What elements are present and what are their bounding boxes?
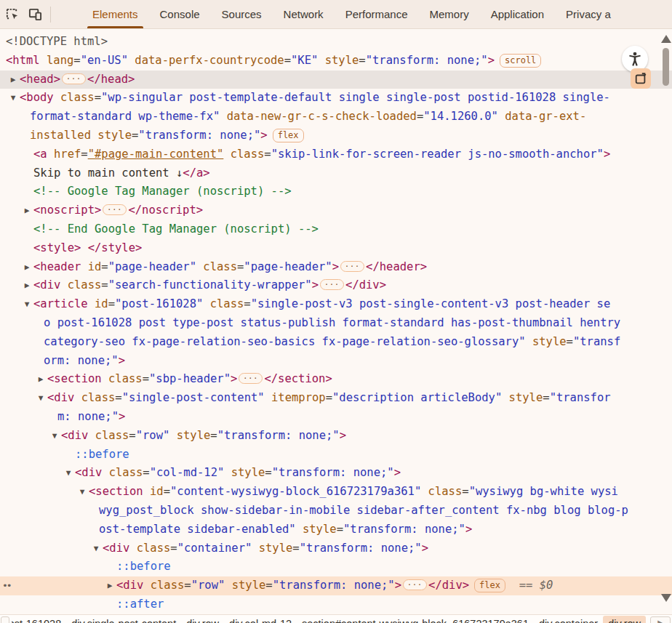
dom-tree-row[interactable]: <a href="#page-main-content" class="skip… xyxy=(0,145,672,183)
breadcrumb-item[interactable]: article#post-161028 xyxy=(12,616,66,623)
code-segment: </noscript> xyxy=(128,204,203,217)
dom-tree-row[interactable]: ▼<body class="wp-singular post-template-… xyxy=(0,89,672,145)
flex-badge[interactable]: flex xyxy=(474,579,505,592)
dom-tree-row[interactable]: ::before xyxy=(0,446,672,465)
breadcrumb-item[interactable]: div.single-post-content xyxy=(66,616,181,623)
breadcrumb-item[interactable]: div.col-md-12 xyxy=(224,616,297,623)
code-segment: </style> xyxy=(88,241,143,254)
rotate-device-icon[interactable] xyxy=(631,68,651,89)
collapse-arrow-icon[interactable]: ▼ xyxy=(63,464,73,483)
dom-tree-row[interactable]: ▼<div class="row" style="transform: none… xyxy=(0,427,672,446)
expand-arrow-icon[interactable]: ▶ xyxy=(22,201,32,220)
code-segment: "en-US" xyxy=(81,54,128,67)
code-segment: = xyxy=(210,429,217,442)
scrollbar-thumb[interactable] xyxy=(663,48,669,86)
expand-arrow-icon[interactable]: ▶ xyxy=(22,276,32,295)
inspect-element-icon[interactable] xyxy=(4,7,20,23)
dom-tree-row[interactable]: ▼<section id="content-wysiwyg-block_6167… xyxy=(0,483,672,539)
code-segment: "transform: none;" xyxy=(366,54,488,67)
devtools-tabbar: Elements Console Sources Network Perform… xyxy=(0,0,672,29)
dom-tree-row[interactable]: ▶••<div class="row" style="transform: no… xyxy=(0,576,672,595)
collapsed-content-ellipsis[interactable]: ··· xyxy=(340,261,364,272)
dom-tree-row[interactable]: ▶<header id="page-header" class="page-he… xyxy=(0,258,672,277)
collapse-arrow-icon[interactable]: ▼ xyxy=(8,89,18,108)
code-segment: "transform: none;" xyxy=(273,579,395,592)
code-segment: </header> xyxy=(366,260,427,273)
code-segment: <html xyxy=(6,54,40,67)
collapsed-content-ellipsis[interactable]: ··· xyxy=(239,373,263,384)
expand-arrow-icon[interactable]: ▶ xyxy=(22,258,32,277)
collapsed-content-ellipsis[interactable]: ··· xyxy=(320,279,344,290)
code-segment: ::after xyxy=(116,598,164,611)
dom-tree-row[interactable]: ::after xyxy=(0,595,672,614)
dom-tree-row[interactable]: <!DOCTYPE html> xyxy=(0,33,672,52)
code-segment: lang xyxy=(40,54,74,67)
code-segment: $0 xyxy=(540,579,553,592)
scroll-down-arrow-icon[interactable] xyxy=(661,594,671,602)
collapse-arrow-icon[interactable]: ▼ xyxy=(22,295,32,314)
collapse-arrow-icon[interactable]: ▼ xyxy=(77,483,87,502)
collapse-arrow-icon[interactable]: ▼ xyxy=(49,427,60,446)
dom-tree-row[interactable]: ▼<div class="single-post-content" itempr… xyxy=(0,389,672,427)
code-segment: <style> xyxy=(33,241,81,254)
dom-tree-row[interactable]: ▶<section class="sbp-header">···</sectio… xyxy=(0,370,672,389)
dom-tree-row[interactable]: ▶<div class="search-functionality-wrappe… xyxy=(0,276,672,295)
breadcrumb-scroll-right-button[interactable]: ▶ xyxy=(650,616,671,623)
dom-tree-row[interactable]: ▶<noscript>···</noscript> xyxy=(0,201,672,220)
dom-tree-row[interactable]: ▼<div class="container" style="transform… xyxy=(0,539,672,558)
tab-elements[interactable]: Elements xyxy=(81,0,149,28)
code-segment: </div> xyxy=(345,278,386,292)
code-segment: > xyxy=(488,54,495,67)
expand-arrow-icon[interactable]: ▶ xyxy=(8,71,18,89)
tab-application[interactable]: Application xyxy=(480,0,555,28)
code-segment: = xyxy=(101,260,108,273)
vertical-scrollbar[interactable] xyxy=(660,30,672,614)
collapse-arrow-icon[interactable]: ▼ xyxy=(36,389,46,408)
code-segment: <!-- Google Tag Manager (noscript) --> xyxy=(33,185,292,198)
breadcrumb-item[interactable]: div.row xyxy=(603,616,646,623)
breadcrumb-item[interactable]: div.row xyxy=(181,616,224,623)
flex-badge[interactable]: flex xyxy=(273,129,304,142)
expand-arrow-icon[interactable]: ▶ xyxy=(105,576,115,595)
scroll-up-arrow-icon[interactable] xyxy=(661,35,671,43)
expand-arrow-icon[interactable]: ▶ xyxy=(36,370,46,389)
collapsed-content-ellipsis[interactable]: ··· xyxy=(103,204,127,215)
dom-tree-row[interactable]: <!-- Google Tag Manager (noscript) --> xyxy=(0,182,672,201)
collapsed-content-ellipsis[interactable]: ··· xyxy=(403,579,427,590)
code-segment: <div xyxy=(103,542,129,555)
breadcrumb-items: htmlbody.wp-singulararticle#post-161028d… xyxy=(12,616,646,623)
breadcrumb-item[interactable]: div.container xyxy=(534,616,603,623)
code-segment: installed xyxy=(30,129,91,142)
dom-tree-row[interactable]: <style> </style> xyxy=(0,239,672,258)
toggle-device-toolbar-icon[interactable] xyxy=(27,7,43,23)
code-segment: class xyxy=(203,297,244,310)
dom-tree-row[interactable]: ▶<head>···</head> xyxy=(0,71,672,89)
breadcrumb-item[interactable]: section#content-wysiwyg-block_616723179a… xyxy=(297,616,534,623)
scroll-badge[interactable]: scroll xyxy=(500,54,541,68)
collapse-arrow-icon[interactable]: ▼ xyxy=(91,539,101,558)
code-segment: style xyxy=(169,429,210,442)
breadcrumb-scroll-left-button[interactable] xyxy=(1,616,9,623)
tab-privacy[interactable]: Privacy a xyxy=(555,0,622,28)
tab-memory[interactable]: Memory xyxy=(419,0,480,28)
code-segment: style xyxy=(526,335,567,348)
code-segment: "wysiwyg bg-white wysi xyxy=(469,485,618,498)
code-segment: <div xyxy=(75,466,102,479)
dom-tree-row[interactable]: <html lang="en-US" data-perfx-countrycod… xyxy=(0,52,672,71)
dom-tree-row[interactable]: ▼<article id="post-161028" class="single… xyxy=(0,295,672,370)
dom-tree: <!DOCTYPE html><html lang="en-US" data-p… xyxy=(0,30,672,614)
collapsed-content-ellipsis[interactable]: ··· xyxy=(62,73,86,84)
dom-tree-row[interactable]: ::before xyxy=(0,558,672,576)
code-segment: = xyxy=(143,372,149,385)
code-segment: <a xyxy=(33,148,47,161)
tab-sources[interactable]: Sources xyxy=(211,0,273,28)
dom-tree-row[interactable]: ▼<div class="col-md-12" style="transform… xyxy=(0,464,672,483)
code-segment: = xyxy=(417,110,423,123)
code-segment: m: none;" xyxy=(57,410,119,423)
dom-tree-row[interactable]: <!-- End Google Tag Manager (noscript) -… xyxy=(0,220,672,239)
code-segment: "description articleBody" xyxy=(332,391,502,404)
tab-network[interactable]: Network xyxy=(273,0,335,28)
code-segment: <noscript> xyxy=(33,204,101,217)
tab-console[interactable]: Console xyxy=(149,0,211,28)
tab-performance[interactable]: Performance xyxy=(335,0,419,28)
